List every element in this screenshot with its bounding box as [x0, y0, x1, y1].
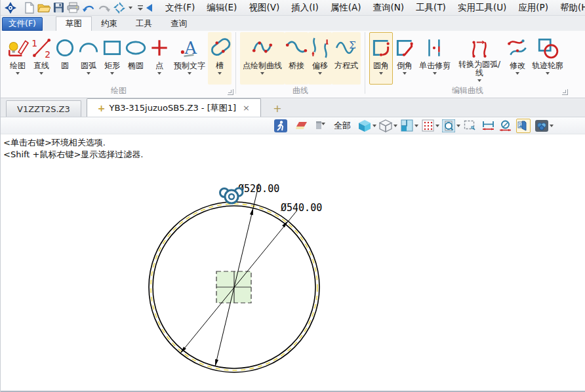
dropdown-arrow-icon[interactable]: [172, 70, 207, 77]
tab-inquire[interactable]: 查询: [161, 16, 196, 31]
ellipse-icon: [125, 35, 147, 61]
open-file-icon[interactable]: [37, 1, 50, 14]
view-refresh-icon[interactable]: [113, 1, 125, 14]
dropdown-arrow-icon[interactable]: [128, 1, 134, 14]
render-manager-icon[interactable]: [535, 119, 549, 133]
eraser-icon[interactable]: [294, 119, 309, 133]
menu-items: 文件(F) 编辑(E) 视图(V) 插入(I) 属性(A) 查询(N) 工具(T…: [160, 1, 585, 15]
filter-icon[interactable]: [313, 119, 327, 133]
dropdown-arrow-icon[interactable]: [417, 70, 453, 77]
redo-icon[interactable]: [98, 1, 111, 14]
dropdown-arrow-icon[interactable]: [373, 125, 376, 127]
ribbon-button-rectangle[interactable]: 矩形: [100, 32, 124, 85]
dropdown-arrow-icon[interactable]: [550, 125, 554, 127]
dropdown-arrow-icon[interactable]: [393, 125, 397, 127]
tab-tools[interactable]: 工具: [127, 16, 161, 31]
selected-profile-block[interactable]: [216, 271, 251, 303]
dropdown-arrow-icon[interactable]: [414, 125, 418, 127]
shaded-display-icon[interactable]: [357, 119, 372, 133]
svg-text:2: 2: [45, 49, 50, 59]
ribbon-button-point[interactable]: 点: [148, 32, 171, 85]
dropdown-arrow-icon[interactable]: [506, 70, 529, 77]
new-file-icon[interactable]: [24, 1, 35, 14]
preview-icon[interactable]: [441, 119, 456, 133]
dropdown-arrow-icon[interactable]: [456, 125, 460, 127]
dropdown-arrow-icon[interactable]: [309, 70, 331, 77]
menu-attributes[interactable]: 属性(A): [325, 1, 367, 15]
filter-scope-dropdown[interactable]: 全部: [334, 120, 351, 132]
modified-marker-icon: +: [98, 103, 106, 113]
ribbon-button-convert-to-arc-line[interactable]: 转换为圆弧/线: [453, 32, 506, 85]
close-tab-icon[interactable]: ×: [243, 103, 250, 113]
dropdown-arrow-icon[interactable]: [209, 70, 231, 77]
customize-toolbar-icon[interactable]: [137, 1, 144, 14]
dimension-540-text: Ø540.00: [281, 202, 322, 214]
collapse-menu-icon[interactable]: [146, 1, 152, 14]
ribbon-button-line[interactable]: 12 直线: [30, 32, 53, 85]
undo-icon[interactable]: [82, 1, 95, 14]
dropdown-arrow-icon[interactable]: [77, 70, 100, 77]
dropdown-arrow-icon[interactable]: [148, 70, 171, 77]
dropdown-arrow-icon[interactable]: [435, 125, 439, 127]
tab-constraint[interactable]: 约束: [92, 16, 127, 31]
print-icon[interactable]: [67, 1, 79, 14]
menu-inquire[interactable]: 查询(N): [367, 1, 409, 15]
doc-tab-inactive[interactable]: V1ZZT2S.Z3: [6, 100, 81, 117]
ribbon-button-offset[interactable]: 偏移: [308, 32, 332, 85]
view-orientation-icon[interactable]: [399, 119, 414, 133]
dialog-launcher-icon[interactable]: [562, 89, 568, 95]
zw3d-window: 文件(F) 编辑(E) 视图(V) 插入(I) 属性(A) 查询(N) 工具(T…: [0, 0, 585, 392]
ribbon-button-trace-profile[interactable]: 轨迹轮廓: [529, 32, 566, 85]
dropdown-arrow-icon[interactable]: [241, 70, 284, 77]
dialog-launcher-icon[interactable]: [228, 89, 233, 95]
sketch-drawing[interactable]: Ø520.00 Ø540.00: [1, 134, 585, 391]
rectangle-icon: [101, 35, 123, 61]
ribbon-button-curve-by-points[interactable]: 点绘制曲线: [240, 32, 285, 85]
ribbon-button-draw[interactable]: 绘图: [6, 32, 30, 85]
dropdown-arrow-icon[interactable]: [530, 70, 565, 77]
sketch-canvas[interactable]: <单击右键>环境相关选项. <Shift +鼠标右键>显示选择过滤器. Ø520…: [1, 134, 585, 391]
ribbon-button-bridge[interactable]: 桥接: [285, 32, 308, 85]
menu-insert[interactable]: 插入(I): [286, 1, 324, 15]
group-divider: [365, 32, 365, 94]
ribbon-button-chamfer[interactable]: 倒角: [393, 32, 416, 85]
radial-dimension-icon[interactable]: [498, 119, 512, 133]
show-target-icon[interactable]: [516, 119, 531, 133]
exit-sketch-icon[interactable]: [273, 119, 288, 133]
file-tab-button[interactable]: 文件(F): [2, 17, 43, 31]
ribbon-button-arc[interactable]: 圆弧: [77, 32, 100, 85]
dropdown-arrow-icon[interactable]: [101, 70, 123, 77]
menu-file[interactable]: 文件(F): [160, 1, 200, 15]
menu-edit[interactable]: 编辑(E): [201, 1, 242, 15]
wireframe-display-icon[interactable]: [378, 119, 393, 133]
dropdown-arrow-icon[interactable]: [370, 70, 392, 77]
tab-sketch[interactable]: 草图: [56, 16, 92, 31]
ribbon-button-ready-text[interactable]: A 预制文字: [171, 32, 208, 85]
fillet-icon: [370, 35, 392, 61]
dimension-540[interactable]: Ø540.00: [180, 202, 322, 353]
point-grid-icon[interactable]: [420, 119, 435, 133]
ribbon-button-ellipse[interactable]: 椭圆: [124, 32, 148, 85]
doc-tab-active[interactable]: + YB3-315juzuoSB5.Z3 - [草图1] ×: [87, 98, 261, 117]
dropdown-arrow-icon[interactable]: [7, 70, 29, 77]
menu-view[interactable]: 视图(V): [243, 1, 285, 15]
ribbon-button-slot[interactable]: 槽: [208, 32, 232, 85]
auto-dimension-bounds-icon[interactable]: [462, 119, 477, 133]
ribbon-button-circle[interactable]: 圆: [53, 32, 77, 85]
trim-icon: [424, 35, 446, 61]
ribbon-button-fillet[interactable]: 圆角: [369, 32, 393, 85]
menu-applications[interactable]: 应用(P): [513, 1, 554, 15]
new-tab-button[interactable]: +: [270, 101, 285, 115]
save-icon[interactable]: [53, 1, 64, 14]
menu-help[interactable]: 帮助(H): [555, 1, 585, 15]
ribbon-button-modify[interactable]: 修改: [506, 32, 529, 85]
dropdown-arrow-icon[interactable]: [454, 77, 505, 84]
linear-dimension-icon[interactable]: [481, 119, 495, 133]
dropdown-arrow-icon[interactable]: [30, 70, 52, 77]
menu-utilities[interactable]: 实用工具(U): [453, 1, 512, 15]
menu-tools[interactable]: 工具(T): [411, 1, 451, 15]
ribbon-button-one-click-trim[interactable]: 单击修剪: [416, 32, 453, 85]
ribbon-button-equation[interactable]: Σ 方程式: [332, 32, 361, 85]
doc-tab-label: YB3-315juzuoSB5.Z3 - [草图1]: [109, 102, 236, 114]
dropdown-arrow-icon[interactable]: [393, 70, 416, 77]
